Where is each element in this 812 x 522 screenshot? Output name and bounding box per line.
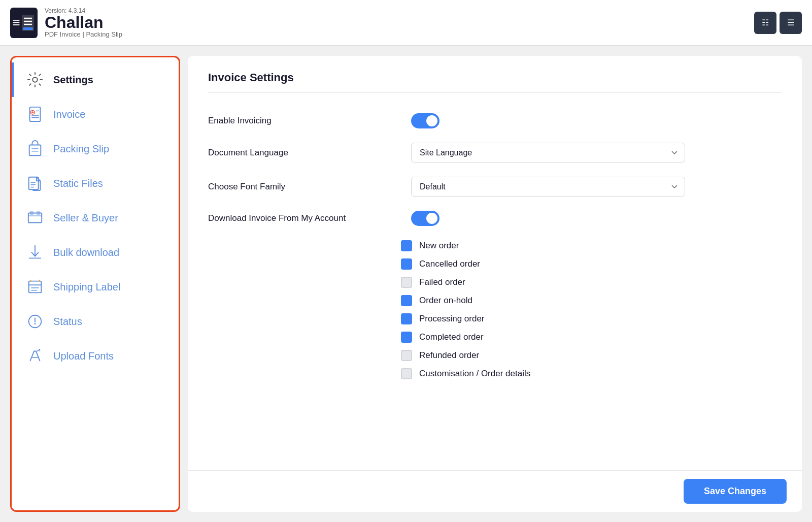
sidebar: Settings Invoice: [10, 56, 180, 512]
document-language-label: Document Language: [208, 148, 401, 158]
sidebar-label-packing-slip: Packing Slip: [53, 143, 109, 155]
checkbox-item-failed-order: Failed order: [401, 277, 782, 288]
sidebar-label-shipping-label: Shipping Label: [53, 281, 120, 293]
sidebar-item-upload-fonts[interactable]: Upload Fonts: [12, 339, 179, 373]
app-title: Challan: [45, 14, 122, 30]
checkbox-item-new-order: New order: [401, 240, 782, 251]
sidebar-item-invoice[interactable]: Invoice: [12, 97, 179, 132]
cancelled-order-label: Cancelled order: [419, 259, 480, 269]
logo-text: Version: 4.3.14 Challan PDF Invoice | Pa…: [45, 7, 122, 38]
footer-bar: Save Changes: [188, 470, 802, 512]
document-language-select[interactable]: Site Language English French German Span…: [411, 143, 685, 162]
sidebar-label-bulk-download: Bulk download: [53, 247, 119, 258]
font-family-select[interactable]: Default Arial Times New Roman Courier He…: [411, 177, 685, 197]
sidebar-item-static-files[interactable]: Static Files: [12, 166, 179, 201]
new-order-checkbox[interactable]: [401, 240, 412, 251]
seller-buyer-icon: [26, 209, 44, 227]
svg-rect-22: [30, 211, 33, 215]
enable-invoicing-toggle[interactable]: [411, 113, 439, 128]
packing-slip-icon: [26, 140, 44, 158]
invoice-icon: [26, 105, 44, 123]
header-menu-button[interactable]: ☰: [780, 12, 802, 34]
svg-rect-13: [29, 145, 41, 155]
settings-form: Enable Invoicing Document Language Site …: [208, 103, 782, 379]
sidebar-item-settings[interactable]: Settings: [12, 62, 179, 97]
customisation-label: Customisation / Order details: [419, 369, 530, 379]
download-invoice-row: Download Invoice From My Account: [208, 211, 782, 226]
save-changes-button[interactable]: Save Changes: [684, 479, 787, 504]
toggle-slider: [411, 113, 439, 128]
app-subtitle: PDF Invoice | Packing Slip: [45, 30, 122, 38]
sidebar-item-packing-slip[interactable]: Packing Slip: [12, 132, 179, 166]
app-logo-icon: [10, 8, 38, 38]
logo-area: Version: 4.3.14 Challan PDF Invoice | Pa…: [10, 7, 122, 38]
refunded-order-label: Refunded order: [419, 350, 479, 361]
customisation-checkbox[interactable]: [401, 368, 412, 379]
failed-order-label: Failed order: [419, 277, 465, 287]
download-toggle-slider: [411, 211, 439, 226]
svg-rect-4: [23, 27, 33, 30]
header-docs-button[interactable]: ☷: [754, 12, 776, 34]
completed-order-checkbox[interactable]: [401, 332, 412, 343]
settings-icon: [26, 71, 44, 89]
processing-order-checkbox[interactable]: [401, 313, 412, 324]
sidebar-item-bulk-download[interactable]: Bulk download: [12, 235, 179, 270]
download-invoice-toggle[interactable]: [411, 211, 439, 226]
sidebar-label-status: Status: [53, 316, 82, 328]
static-files-icon: [26, 174, 44, 192]
enable-invoicing-label: Enable Invoicing: [208, 116, 401, 126]
sidebar-item-seller-buyer[interactable]: Seller & Buyer: [12, 201, 179, 235]
checkbox-item-customisation: Customisation / Order details: [401, 368, 782, 379]
sidebar-label-seller-buyer: Seller & Buyer: [53, 212, 118, 224]
svg-point-31: [35, 323, 36, 324]
font-family-label: Choose Font Family: [208, 182, 401, 192]
logo-svg: [20, 14, 36, 32]
completed-order-label: Completed order: [419, 332, 484, 342]
checkbox-item-processing-order: Processing order: [401, 313, 782, 324]
header-actions: ☷ ☰: [754, 12, 802, 34]
sidebar-item-status[interactable]: Status: [12, 304, 179, 339]
checkbox-item-on-hold: Order on-hold: [401, 295, 782, 306]
svg-rect-23: [37, 211, 40, 215]
on-hold-checkbox[interactable]: [401, 295, 412, 306]
bulk-download-icon: [26, 243, 44, 262]
checkbox-item-refunded-order: Refunded order: [401, 350, 782, 361]
font-family-row: Choose Font Family Default Arial Times N…: [208, 177, 782, 197]
shipping-label-icon: [26, 278, 44, 296]
sidebar-item-shipping-label[interactable]: Shipping Label: [12, 270, 179, 304]
download-invoice-label: Download Invoice From My Account: [208, 213, 401, 223]
on-hold-label: Order on-hold: [419, 296, 472, 306]
new-order-label: New order: [419, 241, 459, 251]
svg-rect-25: [29, 281, 42, 293]
checkbox-item-cancelled-order: Cancelled order: [401, 258, 782, 270]
page-title: Invoice Settings: [208, 71, 782, 93]
cancelled-order-checkbox[interactable]: [401, 258, 412, 270]
svg-rect-6: [30, 107, 41, 121]
content-area: Invoice Settings Enable Invoicing Docume…: [188, 56, 802, 512]
checkbox-item-completed-order: Completed order: [401, 332, 782, 343]
sidebar-label-upload-fonts: Upload Fonts: [53, 350, 114, 362]
sidebar-label-settings: Settings: [53, 74, 93, 86]
processing-order-label: Processing order: [419, 314, 485, 324]
enable-invoicing-row: Enable Invoicing: [208, 113, 782, 128]
app-header: Version: 4.3.14 Challan PDF Invoice | Pa…: [0, 0, 812, 46]
order-checkboxes-section: New order Cancelled order Failed order O…: [401, 240, 782, 379]
sidebar-label-static-files: Static Files: [53, 178, 103, 189]
upload-fonts-icon: [26, 347, 44, 365]
sidebar-label-invoice: Invoice: [53, 109, 85, 120]
failed-order-checkbox[interactable]: [401, 277, 412, 288]
document-language-row: Document Language Site Language English …: [208, 143, 782, 162]
refunded-order-checkbox[interactable]: [401, 350, 412, 361]
svg-point-5: [32, 77, 37, 82]
status-icon: [26, 312, 44, 331]
main-layout: Settings Invoice: [0, 46, 812, 522]
